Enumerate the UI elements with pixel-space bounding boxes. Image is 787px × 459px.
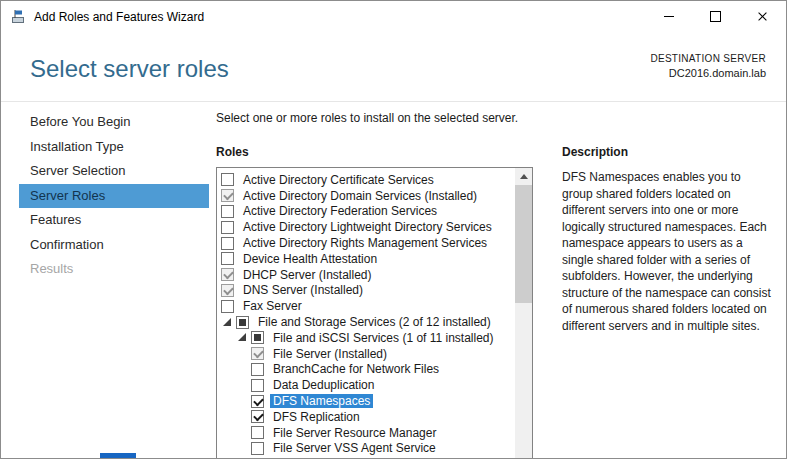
role-label[interactable]: Active Directory Federation Services	[240, 204, 440, 218]
maximize-button[interactable]	[692, 1, 739, 32]
role-checkbox[interactable]	[251, 426, 264, 439]
role-checkbox[interactable]	[221, 252, 234, 265]
role-checkbox[interactable]	[221, 284, 234, 297]
role-label[interactable]: DNS Server (Installed)	[240, 283, 366, 297]
role-checkbox[interactable]	[251, 442, 264, 455]
scrollbar-up-arrow-icon[interactable]	[515, 168, 532, 185]
roles-scrollbar[interactable]	[515, 168, 532, 459]
window-title: Add Roles and Features Wizard	[34, 10, 204, 24]
role-row[interactable]: Data Deduplication	[217, 377, 515, 393]
role-row[interactable]: Active Directory Rights Management Servi…	[217, 235, 515, 251]
sidebar-item-results: Results	[19, 257, 209, 282]
titlebar: Add Roles and Features Wizard	[1, 1, 786, 32]
role-checkbox[interactable]	[221, 268, 234, 281]
sidebar-item-server-selection[interactable]: Server Selection	[19, 159, 209, 184]
role-checkbox[interactable]	[236, 316, 249, 329]
destination-server-block: DESTINATION SERVER DC2016.domain.lab	[650, 53, 766, 79]
role-checkbox[interactable]	[251, 379, 264, 392]
role-checkbox[interactable]	[251, 410, 264, 423]
role-label[interactable]: Fax Server	[240, 299, 305, 313]
sidebar-item-before-you-begin[interactable]: Before You Begin	[19, 110, 209, 135]
role-checkbox[interactable]	[221, 300, 234, 313]
destination-server-name: DC2016.domain.lab	[650, 67, 766, 79]
sidebar-item-label: Results	[30, 261, 73, 276]
role-checkbox[interactable]	[251, 363, 264, 376]
description-text: DFS Namespaces enables you to group shar…	[562, 169, 774, 334]
role-row[interactable]: Active Directory Domain Services (Instal…	[217, 188, 515, 204]
sidebar-item-label: Before You Begin	[30, 114, 130, 129]
role-row[interactable]: File and iSCSI Services (1 of 11 install…	[217, 330, 515, 346]
role-label[interactable]: BranchCache for Network Files	[270, 362, 442, 376]
role-label[interactable]: File and iSCSI Services (1 of 11 install…	[270, 331, 497, 345]
wizard-window: Add Roles and Features Wizard Select ser…	[0, 0, 787, 459]
header-divider	[1, 101, 786, 102]
server-manager-icon	[10, 9, 26, 25]
role-label[interactable]: DFS Replication	[270, 410, 363, 424]
role-label[interactable]: Data Deduplication	[270, 378, 377, 392]
destination-server-label: DESTINATION SERVER	[650, 53, 766, 64]
sidebar-item-label: Confirmation	[30, 237, 104, 252]
role-checkbox[interactable]	[251, 347, 264, 360]
role-checkbox[interactable]	[251, 331, 264, 344]
sidebar-item-installation-type[interactable]: Installation Type	[19, 135, 209, 160]
role-checkbox[interactable]	[221, 205, 234, 218]
role-label[interactable]: Active Directory Lightweight Directory S…	[240, 220, 495, 234]
role-row[interactable]: File Server Resource Manager	[217, 425, 515, 441]
description-header: Description	[562, 145, 628, 159]
scrollbar-thumb[interactable]	[515, 185, 532, 303]
wizard-step-nav: Before You Begin Installation Type Serve…	[19, 110, 209, 282]
role-label[interactable]: Active Directory Rights Management Servi…	[240, 236, 490, 250]
role-label[interactable]: File Server Resource Manager	[270, 426, 439, 440]
expander-down-icon[interactable]	[221, 316, 236, 329]
sidebar-item-label: Features	[30, 212, 81, 227]
role-row[interactable]: Active Directory Federation Services	[217, 204, 515, 220]
sidebar-item-confirmation[interactable]: Confirmation	[19, 233, 209, 258]
background-artifact	[100, 453, 136, 459]
role-checkbox[interactable]	[221, 173, 234, 186]
role-label[interactable]: File Server VSS Agent Service	[270, 441, 439, 455]
role-row[interactable]: File Server (Installed)	[217, 346, 515, 362]
role-label[interactable]: File Server (Installed)	[270, 347, 390, 361]
role-checkbox[interactable]	[251, 395, 264, 408]
role-label[interactable]: DFS Namespaces	[270, 394, 373, 408]
close-button[interactable]	[739, 1, 786, 32]
role-row[interactable]: Device Health Attestation	[217, 251, 515, 267]
role-row[interactable]: File Server VSS Agent Service	[217, 441, 515, 457]
role-row[interactable]: Active Directory Certificate Services	[217, 172, 515, 188]
sidebar-item-label: Server Selection	[30, 163, 125, 178]
roles-listbox: Active Directory Certificate Services Ac…	[216, 167, 533, 459]
page-title: Select server roles	[30, 55, 229, 83]
minimize-button[interactable]	[645, 1, 692, 32]
sidebar-item-features[interactable]: Features	[19, 208, 209, 233]
roles-list: Active Directory Certificate Services Ac…	[217, 168, 515, 456]
role-row[interactable]: File and Storage Services (2 of 12 insta…	[217, 314, 515, 330]
instruction-text: Select one or more roles to install on t…	[216, 111, 518, 125]
caption-buttons	[645, 1, 786, 32]
sidebar-item-server-roles[interactable]: Server Roles	[19, 184, 209, 209]
role-row[interactable]: Fax Server	[217, 298, 515, 314]
role-row[interactable]: DHCP Server (Installed)	[217, 267, 515, 283]
sidebar-item-label: Installation Type	[30, 139, 124, 154]
role-label[interactable]: Device Health Attestation	[240, 252, 380, 266]
role-row[interactable]: BranchCache for Network Files	[217, 362, 515, 378]
expander-down-icon[interactable]	[236, 331, 251, 344]
role-label[interactable]: Active Directory Certificate Services	[240, 173, 437, 187]
role-row[interactable]: DNS Server (Installed)	[217, 283, 515, 299]
close-icon	[757, 11, 768, 22]
role-checkbox[interactable]	[221, 221, 234, 234]
role-label[interactable]: File and Storage Services (2 of 12 insta…	[255, 315, 494, 329]
maximize-icon	[710, 11, 721, 22]
role-label[interactable]: Active Directory Domain Services (Instal…	[240, 189, 480, 203]
role-row[interactable]: Active Directory Lightweight Directory S…	[217, 219, 515, 235]
roles-list-header: Roles	[216, 145, 249, 159]
role-row[interactable]: DFS Replication	[217, 409, 515, 425]
role-checkbox[interactable]	[221, 237, 234, 250]
role-label[interactable]: DHCP Server (Installed)	[240, 268, 374, 282]
minimize-icon	[664, 16, 674, 17]
sidebar-item-label: Server Roles	[30, 188, 105, 203]
role-checkbox[interactable]	[221, 189, 234, 202]
role-row[interactable]: DFS Namespaces	[217, 393, 515, 409]
